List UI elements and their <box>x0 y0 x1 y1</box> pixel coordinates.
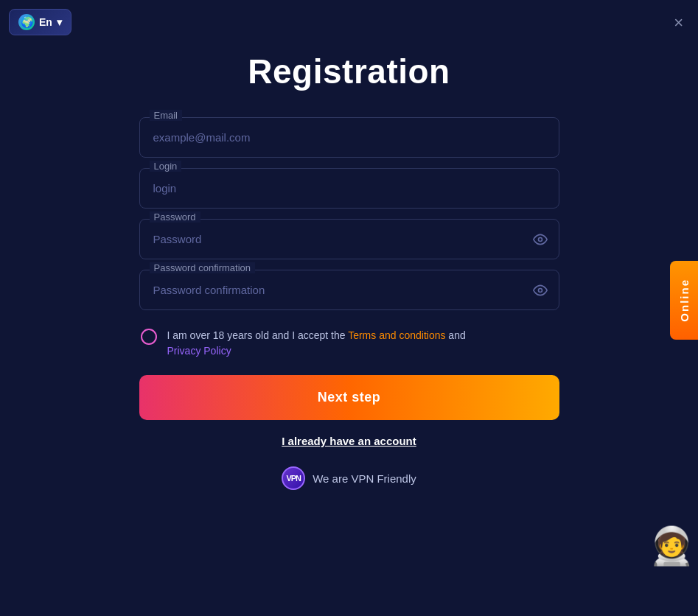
language-selector[interactable]: 🌍 En ▾ <box>9 9 71 35</box>
login-input[interactable] <box>139 168 559 209</box>
terms-link[interactable]: Terms and conditions <box>348 329 445 341</box>
password-input[interactable] <box>139 219 559 259</box>
main-content: Registration Email Login Password Pass <box>0 0 698 490</box>
terms-text-middle: and <box>445 329 465 341</box>
page-title: Registration <box>248 52 450 91</box>
login-field-group: Login <box>139 168 559 209</box>
registration-form: Email Login Password Password confirmati… <box>139 117 559 490</box>
email-field-group: Email <box>139 117 559 158</box>
chevron-down-icon: ▾ <box>57 16 62 28</box>
password-confirm-input[interactable] <box>139 270 559 310</box>
language-label: En <box>39 16 52 28</box>
vpn-row: VPN We are VPN Friendly <box>139 466 559 490</box>
password-confirm-eye-icon[interactable] <box>533 283 548 298</box>
astronaut-decoration: 🧑‍🚀 <box>649 528 694 564</box>
terms-text-before: I am over 18 years old and I accept the <box>167 329 349 341</box>
have-account-link[interactable]: I already have an account <box>139 435 559 447</box>
top-bar: 🌍 En ▾ <box>9 9 71 35</box>
password-eye-icon[interactable] <box>533 232 548 247</box>
password-field-group: Password <box>139 219 559 259</box>
terms-row: I am over 18 years old and I accept the … <box>139 328 559 359</box>
globe-icon: 🌍 <box>18 14 35 30</box>
vpn-text: We are VPN Friendly <box>313 472 416 485</box>
next-step-button[interactable]: Next step <box>139 375 559 420</box>
terms-text: I am over 18 years old and I accept the … <box>167 328 466 359</box>
vpn-badge-icon: VPN <box>282 466 305 490</box>
online-tab-label: Online <box>678 279 691 322</box>
online-tab[interactable]: Online <box>670 261 698 340</box>
terms-checkbox[interactable] <box>141 329 157 345</box>
privacy-link[interactable]: Privacy Policy <box>167 345 231 357</box>
svg-point-1 <box>538 288 542 292</box>
password-confirm-field-group: Password confirmation <box>139 270 559 310</box>
svg-point-0 <box>538 237 542 241</box>
email-input[interactable] <box>139 117 559 158</box>
close-button[interactable]: × <box>671 12 686 34</box>
